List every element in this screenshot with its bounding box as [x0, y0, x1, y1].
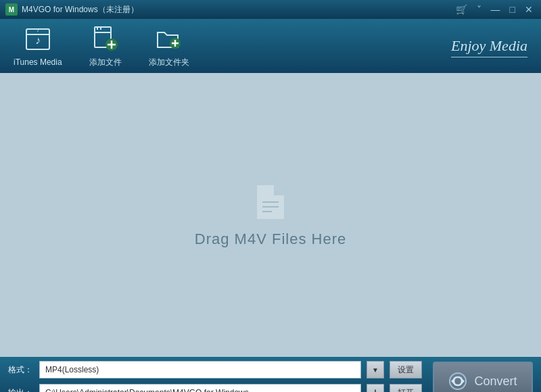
bottom-bar: 格式： ▼ 设置 输出： + 打开 Convert: [0, 357, 541, 392]
title-bar: M M4VGO for Windows（未注册） 🛒 ˅ — □ ✕: [0, 0, 541, 19]
title-controls: 🛒 ˅ — □ ✕: [453, 5, 536, 14]
close-button[interactable]: ✕: [522, 5, 536, 14]
drop-text: Drag M4V Files Here: [195, 230, 346, 248]
enjoy-media-slogan: Enjoy Media: [451, 37, 527, 55]
convert-icon: [448, 372, 467, 391]
svg-text:♪: ♪: [35, 34, 41, 46]
open-button[interactable]: 打开: [390, 384, 422, 392]
svg-text:M: M: [9, 6, 14, 14]
format-dropdown-button[interactable]: ▼: [367, 361, 384, 378]
convert-button[interactable]: Convert: [433, 362, 533, 392]
add-folder-icon: [155, 24, 183, 53]
itunes-icon: ♪ ♪: [24, 25, 52, 53]
add-file-icon: [91, 24, 120, 53]
drop-zone: Drag M4V Files Here: [195, 182, 346, 248]
output-path-input[interactable]: [39, 384, 361, 392]
title-text: M4VGO for Windows（未注册）: [22, 4, 139, 16]
convert-label: Convert: [474, 374, 517, 389]
output-row: 输出： + 打开: [8, 384, 422, 392]
maximize-button[interactable]: □: [507, 5, 518, 14]
drop-file-icon: [250, 182, 291, 222]
format-row: 格式： ▼ 设置: [8, 361, 422, 378]
toolbar: ♪ ♪ iTunes Media 添加文件: [0, 19, 541, 73]
svg-text:♪: ♪: [37, 28, 39, 32]
toolbar-item-add-folder[interactable]: 添加文件夹: [149, 24, 189, 68]
settings-button[interactable]: 设置: [390, 361, 422, 378]
itunes-label: iTunes Media: [14, 57, 62, 67]
output-add-button[interactable]: +: [367, 384, 384, 392]
chevron-icon[interactable]: ˅: [474, 5, 484, 14]
bottom-left: 格式： ▼ 设置 输出： + 打开: [8, 361, 422, 392]
app-logo-icon: M: [5, 3, 18, 16]
toolbar-item-itunes[interactable]: ♪ ♪ iTunes Media: [14, 25, 62, 67]
cart-icon[interactable]: 🛒: [453, 5, 470, 14]
main-drop-area[interactable]: Drag M4V Files Here: [0, 73, 541, 357]
add-file-label: 添加文件: [89, 57, 122, 68]
format-label: 格式：: [8, 364, 34, 376]
output-label: 输出：: [8, 387, 34, 393]
add-folder-label: 添加文件夹: [149, 57, 189, 68]
minimize-button[interactable]: —: [488, 5, 503, 14]
format-input[interactable]: [39, 361, 361, 378]
toolbar-item-add-file[interactable]: 添加文件: [89, 24, 122, 68]
title-left: M M4VGO for Windows（未注册）: [5, 3, 139, 16]
svg-marker-21: [451, 378, 454, 384]
